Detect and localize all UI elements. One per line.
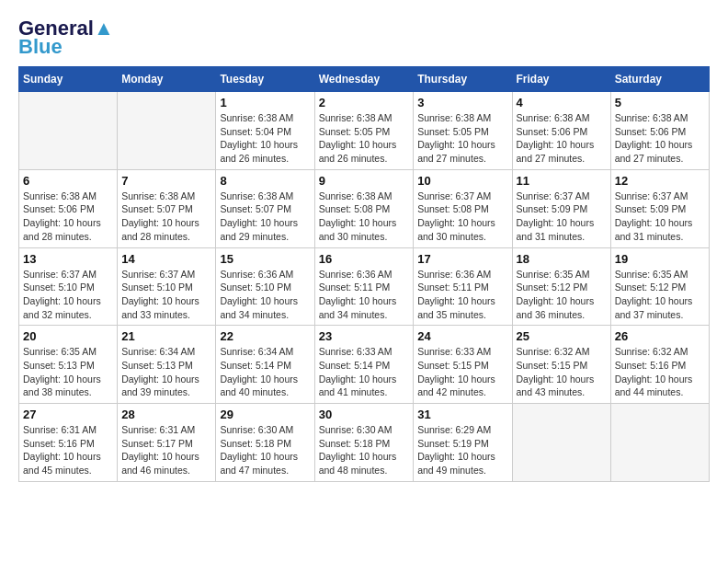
day-info: Sunrise: 6:37 AM Sunset: 5:10 PM Dayligh…: [121, 268, 211, 322]
day-number: 18: [517, 252, 607, 266]
day-info: Sunrise: 6:33 AM Sunset: 5:14 PM Dayligh…: [319, 345, 410, 399]
calendar-cell: 23 Sunrise: 6:33 AM Sunset: 5:14 PM Dayl…: [314, 326, 414, 404]
day-number: 4: [517, 96, 607, 109]
day-number: 6: [23, 174, 113, 188]
calendar-cell: 24 Sunrise: 6:33 AM Sunset: 5:15 PM Dayl…: [414, 326, 512, 404]
calendar-cell: [19, 92, 118, 170]
day-number: 11: [517, 174, 607, 188]
calendar-cell: [610, 404, 709, 482]
column-header-thursday: Thursday: [414, 67, 512, 92]
calendar-week-3: 13 Sunrise: 6:37 AM Sunset: 5:10 PM Dayl…: [19, 247, 710, 326]
calendar-cell: 9 Sunrise: 6:38 AM Sunset: 5:08 PM Dayli…: [314, 169, 414, 247]
day-number: 31: [417, 408, 507, 421]
day-info: Sunrise: 6:32 AM Sunset: 5:15 PM Dayligh…: [517, 345, 607, 399]
column-header-friday: Friday: [512, 67, 610, 92]
day-number: 23: [319, 329, 410, 343]
day-number: 2: [319, 96, 410, 109]
day-number: 24: [417, 329, 507, 343]
day-info: Sunrise: 6:31 AM Sunset: 5:16 PM Dayligh…: [23, 423, 113, 477]
column-header-tuesday: Tuesday: [216, 67, 314, 92]
calendar-cell: 8 Sunrise: 6:38 AM Sunset: 5:07 PM Dayli…: [216, 169, 314, 247]
day-info: Sunrise: 6:33 AM Sunset: 5:15 PM Dayligh…: [417, 345, 507, 399]
day-info: Sunrise: 6:29 AM Sunset: 5:19 PM Dayligh…: [417, 423, 507, 477]
calendar-cell: 4 Sunrise: 6:38 AM Sunset: 5:06 PM Dayli…: [512, 92, 610, 170]
day-info: Sunrise: 6:34 AM Sunset: 5:14 PM Dayligh…: [220, 345, 310, 399]
calendar-cell: 16 Sunrise: 6:36 AM Sunset: 5:11 PM Dayl…: [314, 247, 414, 326]
calendar-cell: 13 Sunrise: 6:37 AM Sunset: 5:10 PM Dayl…: [19, 247, 118, 326]
calendar-header-row: SundayMondayTuesdayWednesdayThursdayFrid…: [19, 67, 710, 92]
calendar-cell: [118, 92, 216, 170]
logo-blue: Blue: [18, 37, 63, 57]
day-info: Sunrise: 6:32 AM Sunset: 5:16 PM Dayligh…: [615, 345, 705, 399]
day-info: Sunrise: 6:36 AM Sunset: 5:11 PM Dayligh…: [319, 268, 410, 322]
day-info: Sunrise: 6:34 AM Sunset: 5:13 PM Dayligh…: [121, 345, 211, 399]
calendar-week-1: 1 Sunrise: 6:38 AM Sunset: 5:04 PM Dayli…: [19, 92, 710, 170]
day-number: 12: [615, 174, 705, 188]
calendar-cell: 14 Sunrise: 6:37 AM Sunset: 5:10 PM Dayl…: [118, 247, 216, 326]
day-info: Sunrise: 6:37 AM Sunset: 5:09 PM Dayligh…: [615, 190, 705, 244]
calendar-cell: 19 Sunrise: 6:35 AM Sunset: 5:12 PM Dayl…: [610, 247, 709, 326]
calendar-cell: 15 Sunrise: 6:36 AM Sunset: 5:10 PM Dayl…: [216, 247, 314, 326]
day-number: 28: [121, 408, 211, 421]
day-info: Sunrise: 6:38 AM Sunset: 5:06 PM Dayligh…: [23, 190, 113, 244]
day-info: Sunrise: 6:30 AM Sunset: 5:18 PM Dayligh…: [319, 423, 410, 477]
calendar-cell: 29 Sunrise: 6:30 AM Sunset: 5:18 PM Dayl…: [216, 404, 314, 482]
day-info: Sunrise: 6:37 AM Sunset: 5:10 PM Dayligh…: [23, 268, 113, 322]
day-number: 26: [615, 329, 705, 343]
day-number: 3: [417, 96, 507, 109]
calendar-cell: 6 Sunrise: 6:38 AM Sunset: 5:06 PM Dayli…: [19, 169, 118, 247]
day-number: 9: [319, 174, 410, 188]
day-number: 17: [417, 252, 507, 266]
day-number: 15: [220, 252, 310, 266]
day-info: Sunrise: 6:38 AM Sunset: 5:04 PM Dayligh…: [220, 111, 310, 166]
column-header-monday: Monday: [118, 67, 216, 92]
calendar-body: 1 Sunrise: 6:38 AM Sunset: 5:04 PM Dayli…: [19, 92, 710, 482]
calendar-cell: 17 Sunrise: 6:36 AM Sunset: 5:11 PM Dayl…: [414, 247, 512, 326]
calendar-cell: 18 Sunrise: 6:35 AM Sunset: 5:12 PM Dayl…: [512, 247, 610, 326]
page-header: General▲ Blue: [18, 18, 710, 57]
calendar-cell: 31 Sunrise: 6:29 AM Sunset: 5:19 PM Dayl…: [414, 404, 512, 482]
day-number: 19: [615, 252, 705, 266]
day-info: Sunrise: 6:35 AM Sunset: 5:12 PM Dayligh…: [615, 268, 705, 322]
calendar-cell: 27 Sunrise: 6:31 AM Sunset: 5:16 PM Dayl…: [19, 404, 118, 482]
day-number: 14: [121, 252, 211, 266]
day-info: Sunrise: 6:38 AM Sunset: 5:08 PM Dayligh…: [319, 190, 410, 244]
calendar-cell: 28 Sunrise: 6:31 AM Sunset: 5:17 PM Dayl…: [118, 404, 216, 482]
logo: General▲ Blue: [18, 18, 114, 57]
day-number: 25: [517, 329, 607, 343]
calendar-week-4: 20 Sunrise: 6:35 AM Sunset: 5:13 PM Dayl…: [19, 326, 710, 404]
day-info: Sunrise: 6:38 AM Sunset: 5:05 PM Dayligh…: [417, 111, 507, 166]
day-number: 5: [615, 96, 705, 109]
day-info: Sunrise: 6:36 AM Sunset: 5:10 PM Dayligh…: [220, 268, 310, 322]
logo-bird-shape: ▲: [94, 17, 114, 40]
calendar-cell: 2 Sunrise: 6:38 AM Sunset: 5:05 PM Dayli…: [314, 92, 414, 170]
day-info: Sunrise: 6:38 AM Sunset: 5:07 PM Dayligh…: [121, 190, 211, 244]
day-number: 27: [23, 408, 113, 421]
calendar-cell: 12 Sunrise: 6:37 AM Sunset: 5:09 PM Dayl…: [610, 169, 709, 247]
column-header-wednesday: Wednesday: [314, 67, 414, 92]
day-info: Sunrise: 6:36 AM Sunset: 5:11 PM Dayligh…: [417, 268, 507, 322]
day-info: Sunrise: 6:38 AM Sunset: 5:05 PM Dayligh…: [319, 111, 410, 166]
day-number: 8: [220, 174, 310, 188]
day-number: 1: [220, 96, 310, 109]
calendar-cell: 11 Sunrise: 6:37 AM Sunset: 5:09 PM Dayl…: [512, 169, 610, 247]
calendar-cell: 5 Sunrise: 6:38 AM Sunset: 5:06 PM Dayli…: [610, 92, 709, 170]
calendar-cell: [512, 404, 610, 482]
day-info: Sunrise: 6:30 AM Sunset: 5:18 PM Dayligh…: [220, 423, 310, 477]
calendar-cell: 10 Sunrise: 6:37 AM Sunset: 5:08 PM Dayl…: [414, 169, 512, 247]
calendar-week-5: 27 Sunrise: 6:31 AM Sunset: 5:16 PM Dayl…: [19, 404, 710, 482]
day-number: 7: [121, 174, 211, 188]
day-number: 21: [121, 329, 211, 343]
calendar-cell: 22 Sunrise: 6:34 AM Sunset: 5:14 PM Dayl…: [216, 326, 314, 404]
calendar-cell: 1 Sunrise: 6:38 AM Sunset: 5:04 PM Dayli…: [216, 92, 314, 170]
calendar-cell: 30 Sunrise: 6:30 AM Sunset: 5:18 PM Dayl…: [314, 404, 414, 482]
day-number: 16: [319, 252, 410, 266]
calendar-week-2: 6 Sunrise: 6:38 AM Sunset: 5:06 PM Dayli…: [19, 169, 710, 247]
calendar-cell: 7 Sunrise: 6:38 AM Sunset: 5:07 PM Dayli…: [118, 169, 216, 247]
column-header-sunday: Sunday: [19, 67, 118, 92]
day-number: 13: [23, 252, 113, 266]
day-info: Sunrise: 6:35 AM Sunset: 5:13 PM Dayligh…: [23, 345, 113, 399]
day-number: 22: [220, 329, 310, 343]
day-info: Sunrise: 6:38 AM Sunset: 5:06 PM Dayligh…: [517, 111, 607, 166]
calendar-table: SundayMondayTuesdayWednesdayThursdayFrid…: [18, 66, 710, 482]
